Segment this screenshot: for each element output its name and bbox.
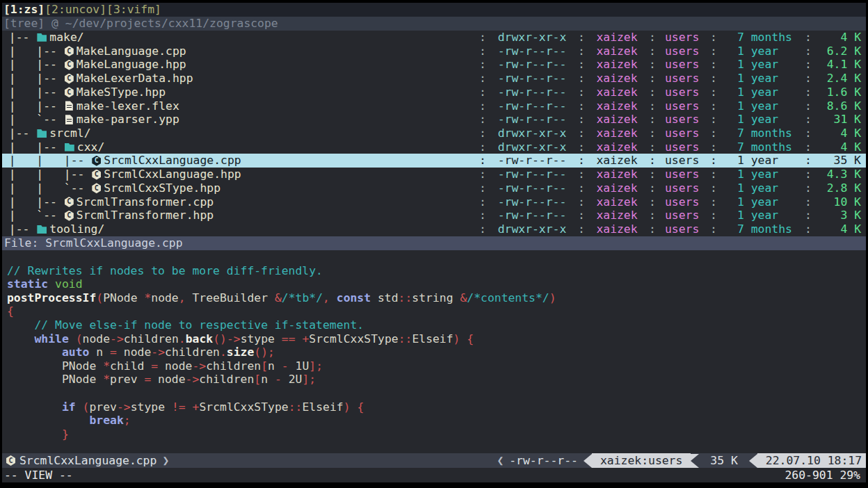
tree-prefix: | `--	[2, 209, 64, 222]
column-separator: :	[644, 86, 661, 99]
column-separator: :	[644, 99, 661, 113]
status-owner-group: xaizek:users	[592, 453, 691, 468]
file-row[interactable]: | | |-- CSrcmlCxxLanguage.cpp:-rw-r--r--…	[2, 154, 866, 168]
code-token: *	[103, 359, 110, 373]
mode-indicator: -- VIEW --	[4, 468, 73, 482]
file-size: 4 K	[817, 127, 866, 140]
file-name: make-parser.ypp	[77, 113, 179, 127]
column-separator: :	[474, 181, 491, 195]
cpp-file-icon: C	[65, 211, 74, 221]
file-group: users	[661, 168, 705, 181]
file-row-left: | |-- CMakeSType.hpp	[2, 86, 474, 99]
code-token	[296, 332, 303, 345]
code-token: n	[89, 345, 110, 359]
code-token: =	[151, 359, 158, 373]
file-row[interactable]: | |-- CMakeLanguage.hpp:-rw-r--r--:xaize…	[2, 58, 866, 72]
code-token: ->	[117, 400, 131, 414]
column-separator: :	[474, 31, 491, 44]
code-token: break	[89, 414, 123, 427]
code-line: PNode *prev = node->children[n - 2U];	[7, 373, 866, 387]
file-name: SrcmlCxxLanguage.hpp	[104, 168, 241, 181]
file-owner: xaizek	[590, 195, 644, 209]
code-token	[7, 428, 62, 441]
file-size: 4.1 K	[817, 58, 866, 72]
column-separator: :	[644, 127, 661, 140]
cpp-file-icon: C	[65, 87, 74, 97]
file-name: MakeLanguage.cpp	[77, 44, 186, 58]
code-token: n	[268, 359, 282, 373]
column-separator: :	[474, 127, 491, 140]
file-group: users	[661, 154, 705, 168]
tmux-window-1[interactable]: [1:zs]	[3, 3, 45, 16]
code-token: stype	[131, 400, 172, 414]
code-preview: // Rewrites if nodes to be more diff-fri…	[2, 250, 866, 453]
file-row[interactable]: | |-- CMakeLexerData.hpp:-rw-r--r--:xaiz…	[2, 72, 866, 86]
file-size: 8.6 K	[817, 99, 866, 113]
file-row[interactable]: | |-- cxx/:drwxr-xr-x:xaizek:users:7 mon…	[2, 140, 866, 154]
column-separator: :	[573, 86, 590, 99]
file-modified: 1 year	[722, 168, 800, 181]
code-token: Elseif	[412, 332, 453, 345]
column-separator: :	[644, 31, 661, 44]
code-line	[7, 387, 866, 400]
column-separator: :	[474, 154, 491, 168]
file-name: MakeSType.hpp	[77, 86, 166, 99]
file-modified: 7 months	[722, 127, 800, 140]
document-icon	[65, 101, 73, 111]
file-permissions: -rw-r--r--	[491, 44, 573, 58]
tmux-window-2[interactable]: [2:uncov]	[45, 3, 106, 16]
file-permissions: -rw-r--r--	[491, 113, 573, 127]
code-token: ;	[124, 414, 131, 427]
code-token: node	[117, 345, 151, 359]
file-row[interactable]: | |-- make-lexer.flex:-rw-r--r--:xaizek:…	[2, 99, 866, 113]
status-permissions: -rw-r--r--	[509, 453, 578, 468]
file-row[interactable]: | |-- CMakeSType.hpp:-rw-r--r--:xaizek:u…	[2, 86, 866, 99]
code-token: 1U	[289, 359, 310, 373]
column-separator: :	[705, 154, 722, 168]
file-row[interactable]: |-- make/:drwxr-xr-x:xaizek:users:7 mont…	[2, 31, 866, 44]
code-line: // Move else-if node to respective if-st…	[7, 318, 866, 332]
file-row[interactable]: | `-- CSrcmlTransformer.hpp:-rw-r--r--:x…	[2, 209, 866, 222]
code-token: )	[549, 291, 556, 304]
code-token	[48, 277, 55, 291]
code-token: SrcmlCxxSType	[309, 332, 398, 345]
file-row-left: | | |-- CSrcmlCxxLanguage.cpp	[2, 154, 474, 168]
file-row[interactable]: | | |-- CSrcmlCxxLanguage.hpp:-rw-r--r--…	[2, 168, 866, 181]
file-size: 35 K	[817, 154, 866, 168]
code-token: ->	[186, 373, 200, 386]
file-row[interactable]: |-- srcml/:drwxr-xr-x:xaizek:users:7 mon…	[2, 127, 866, 140]
column-separator: :	[705, 113, 722, 127]
status-modified: 22.07.10 18:17	[757, 453, 866, 468]
code-token: (	[76, 332, 83, 345]
code-token: )	[344, 400, 351, 414]
file-size: 4 K	[817, 140, 866, 154]
code-token	[7, 400, 62, 414]
file-modified: 1 year	[722, 86, 800, 99]
code-token: ->	[110, 332, 124, 345]
column-separator: :	[573, 127, 590, 140]
file-row[interactable]: | | `-- CSrcmlCxxSType.hpp:-rw-r--r--:xa…	[2, 181, 866, 195]
code-token: prev	[110, 373, 144, 386]
chevron-left-icon: ❮	[497, 453, 504, 468]
file-row[interactable]: | |-- CMakeLanguage.cpp:-rw-r--r--:xaize…	[2, 44, 866, 58]
code-token: string	[412, 291, 460, 304]
file-row[interactable]: |-- tooling/:drwxr-xr-x:xaizek:users:7 m…	[2, 222, 866, 236]
column-separator: :	[474, 58, 491, 72]
column-separator: :	[800, 154, 817, 168]
file-row-left: | | |-- CSrcmlCxxLanguage.hpp	[2, 168, 474, 181]
column-separator: :	[573, 195, 590, 209]
file-row[interactable]: | `-- make-parser.ypp:-rw-r--r--:xaizek:…	[2, 113, 866, 127]
column-separator: :	[474, 140, 491, 154]
code-token: )	[453, 332, 460, 345]
column-separator: :	[800, 113, 817, 127]
file-owner: xaizek	[590, 58, 644, 72]
code-token: ];	[309, 359, 323, 373]
file-row[interactable]: | |-- CSrcmlTransformer.cpp:-rw-r--r--:x…	[2, 195, 866, 209]
tree-prefix: | |--	[2, 86, 64, 99]
code-token: auto	[62, 345, 89, 359]
column-separator: :	[800, 140, 817, 154]
code-token: ];	[302, 373, 316, 386]
file-row-left: |-- tooling/	[2, 222, 474, 236]
tmux-window-3[interactable]: [3:vifm]	[106, 3, 161, 16]
column-separator: :	[705, 44, 722, 58]
